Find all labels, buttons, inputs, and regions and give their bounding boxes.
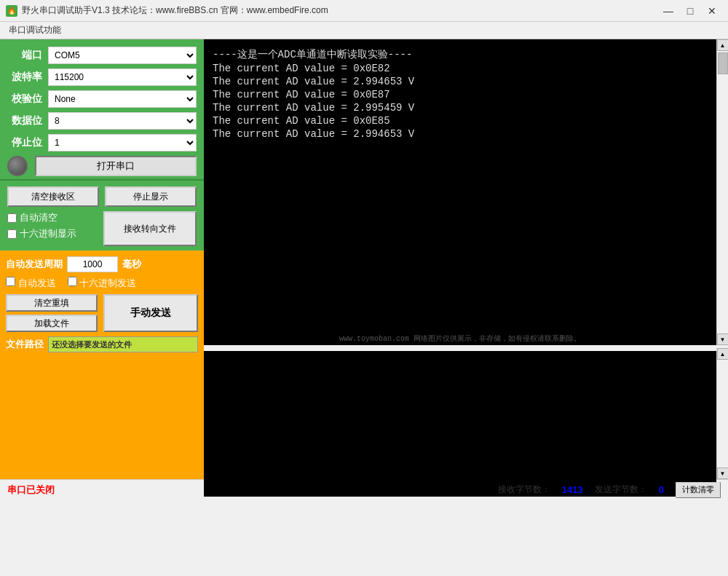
maximize-button[interactable]: □ [680, 3, 700, 19]
window-controls: — □ ✕ [658, 3, 722, 19]
auto-clear-text: 自动清空 [20, 211, 58, 224]
terminal-line-2: The current AD value = 0x0E82 [213, 63, 708, 74]
baud-label: 波特率 [7, 71, 42, 84]
port-select[interactable]: COM5 [48, 47, 197, 64]
send-options-row: 自动发送 十六进制发送 [6, 277, 198, 290]
checkboxes: 自动清空 十六进制显示 [7, 211, 98, 246]
recv-scrollbar[interactable]: ▲ ▼ [716, 39, 728, 345]
recv-count: 1413 [562, 484, 583, 495]
send-scroll-down-arrow[interactable]: ▼ [717, 467, 729, 479]
watermark: www.toymoban.com 网络图片仅供展示，非存储，如有侵权请联系删除。 [339, 334, 581, 344]
auto-send-checkbox[interactable] [6, 277, 15, 286]
terminal-lower[interactable] [204, 351, 716, 497]
terminal-line-9: The current AD value = 2.995459 V [213, 102, 708, 114]
manual-send-button[interactable]: 手动发送 [103, 294, 198, 332]
title-bar: 🔥 野火串口调试助手V1.3 技术论坛：www.fireBBS.cn 官网：ww… [0, 0, 728, 22]
recv-options-row: 自动清空 十六进制显示 接收转向文件 [7, 211, 197, 246]
send-count: 0 [659, 484, 664, 495]
stopbits-select[interactable]: 1 [48, 134, 197, 151]
hex-display-checkbox[interactable] [7, 229, 17, 239]
scroll-track[interactable] [718, 51, 728, 334]
terminal-area: ----这是一个ADC单通道中断读取实验---- The current AD … [204, 39, 728, 345]
auto-clear-label[interactable]: 自动清空 [7, 211, 98, 224]
parity-row: 校验位 None [7, 90, 197, 108]
hex-display-text: 十六进制显示 [20, 227, 76, 240]
load-file-button[interactable]: 加载文件 [6, 315, 98, 332]
auto-send-label[interactable]: 自动发送 [6, 277, 56, 290]
recv-controls: 清空接收区 停止显示 自动清空 十六进制显示 接收转向文件 [0, 179, 204, 250]
auto-send-text: 自动发送 [18, 277, 56, 288]
terminal-line-4: The current AD value = 2.994653 V [213, 76, 708, 87]
count-clear-button[interactable]: 计数清零 [676, 482, 721, 498]
app-icon: 🔥 [6, 5, 17, 17]
terminal-line-12: The current AD value = 0x0E85 [213, 115, 708, 127]
terminal-line-7: The current AD value = 0x0E87 [213, 89, 708, 100]
redirect-file-button[interactable]: 接收转向文件 [103, 211, 197, 246]
close-button[interactable]: ✕ [702, 3, 722, 19]
file-path-row: 文件路径 还没选择要发送的文件 [6, 336, 198, 352]
config-section: 端口 COM5 波特率 115200 校验位 None 数据位 [0, 39, 204, 179]
file-path-value: 还没选择要发送的文件 [48, 336, 198, 352]
period-label: 自动发送周期 [6, 258, 63, 271]
left-panel: 端口 COM5 波特率 115200 校验位 None 数据位 [0, 39, 204, 479]
auto-clear-checkbox[interactable] [7, 213, 17, 223]
stopbits-label: 停止位 [7, 136, 42, 149]
databits-row: 数据位 8 [7, 112, 197, 130]
port-row: 端口 COM5 [7, 47, 197, 64]
parity-label: 校验位 [7, 92, 42, 106]
send-scrollbar[interactable]: ▲ ▼ [716, 348, 728, 479]
stopbits-row: 停止位 1 [7, 134, 197, 151]
hex-send-text: 十六进制发送 [79, 277, 136, 288]
port-label: 端口 [7, 49, 42, 62]
clear-recv-button[interactable]: 清空接收区 [7, 186, 99, 207]
port-status: 串口已关闭 [7, 484, 55, 497]
led-indicator [7, 156, 28, 176]
hex-display-label[interactable]: 十六进制显示 [7, 227, 98, 240]
terminal-line-0: ----这是一个ADC单通道中断读取实验---- [213, 48, 708, 61]
terminal-upper: ----这是一个ADC单通道中断读取实验---- The current AD … [204, 39, 716, 345]
right-area: ----这是一个ADC单通道中断读取实验---- The current AD … [204, 39, 728, 479]
minimize-button[interactable]: — [658, 3, 678, 19]
menu-item-serial[interactable]: 串口调试功能 [3, 23, 67, 38]
baud-row: 波特率 115200 [7, 68, 197, 86]
hex-send-checkbox[interactable] [68, 277, 77, 286]
send-period-row: 自动发送周期 毫秒 [6, 256, 198, 272]
clear-reset-button[interactable]: 清空重填 [6, 294, 98, 312]
send-controls: 自动发送周期 毫秒 自动发送 十六进制发送 清空重填 加载文件 [0, 250, 204, 479]
open-port-button[interactable]: 打开串口 [35, 156, 197, 176]
parity-select[interactable]: None [48, 90, 197, 108]
recv-btn-row: 清空接收区 停止显示 [7, 186, 197, 207]
period-input[interactable] [67, 256, 118, 272]
databits-select[interactable]: 8 [48, 112, 197, 130]
open-port-row: 打开串口 [7, 156, 197, 176]
scroll-up-arrow[interactable]: ▲ [717, 39, 729, 51]
scroll-down-arrow[interactable]: ▼ [717, 334, 729, 345]
terminal-line-14: The current AD value = 2.994653 V [213, 128, 708, 140]
send-scroll-track[interactable] [718, 360, 728, 467]
app-title: 野火串口调试助手V1.3 技术论坛：www.fireBBS.cn 官网：www.… [22, 4, 658, 17]
menu-bar: 串口调试功能 [0, 22, 728, 39]
recv-label: 接收字节数： [498, 484, 550, 496]
databits-label: 数据位 [7, 114, 42, 127]
stop-display-button[interactable]: 停止显示 [105, 186, 197, 207]
send-scroll-up-arrow[interactable]: ▲ [717, 348, 729, 360]
send-label: 发送字节数： [595, 484, 647, 496]
scroll-thumb[interactable] [718, 52, 728, 74]
send-terminal-area: ▲ ▼ [204, 348, 728, 479]
baud-select[interactable]: 115200 [48, 68, 197, 86]
file-path-label: 文件路径 [6, 338, 44, 351]
hex-send-label[interactable]: 十六进制发送 [68, 277, 137, 290]
send-btn-group: 清空重填 加载文件 [6, 294, 98, 332]
main-area: 端口 COM5 波特率 115200 校验位 None 数据位 [0, 39, 728, 479]
period-unit: 毫秒 [122, 258, 141, 271]
send-actions-row: 清空重填 加载文件 手动发送 [6, 294, 198, 332]
